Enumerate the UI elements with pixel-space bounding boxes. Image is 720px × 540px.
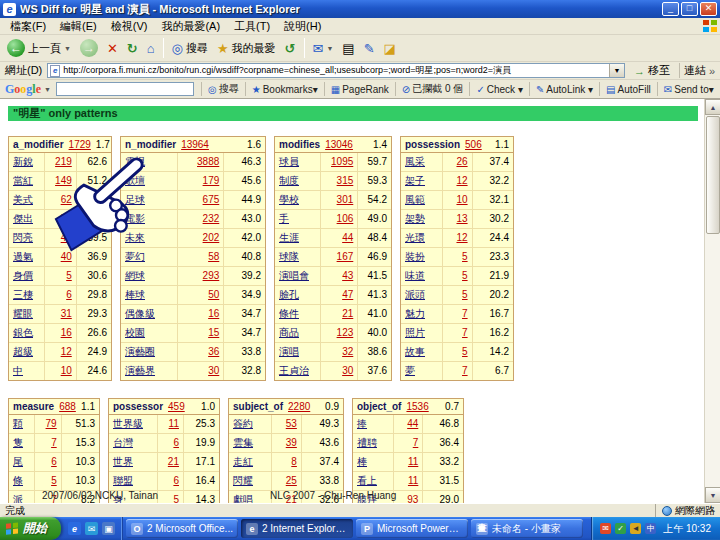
collocate-word-link[interactable]: 走紅	[233, 456, 253, 467]
collocate-count-link[interactable]: 21	[342, 308, 353, 319]
collocate-word-link[interactable]: 手	[279, 213, 289, 224]
collocate-word-link[interactable]: 世界級	[113, 418, 143, 429]
go-button[interactable]: → 移至	[630, 63, 674, 78]
collocate-word-link[interactable]: 裝扮	[405, 251, 425, 262]
collocate-count-link[interactable]: 5	[51, 475, 57, 486]
collocate-count-link[interactable]: 5	[462, 270, 468, 281]
collocate-count-link[interactable]: 219	[55, 156, 72, 167]
collocate-count-link[interactable]: 232	[203, 213, 220, 224]
collocate-count-link[interactable]: 11	[408, 456, 418, 467]
collocate-count-link[interactable]: 6	[51, 456, 57, 467]
collocate-word-link[interactable]: 閃亮	[13, 232, 33, 243]
search-button[interactable]: ◎ 搜尋	[168, 39, 212, 58]
collocate-count-link[interactable]: 11	[408, 475, 418, 486]
collocate-word-link[interactable]: 球隊	[279, 251, 299, 262]
print-button[interactable]: ▤	[338, 40, 358, 57]
google-autofill-button[interactable]: ▤AutoFill	[606, 84, 651, 95]
collocate-count-link[interactable]: 79	[46, 418, 57, 429]
collocate-word-link[interactable]: 校園	[125, 327, 145, 338]
internet-explorer-icon[interactable]: e	[68, 522, 81, 535]
collocate-word-link[interactable]: 三棲	[13, 289, 33, 300]
collocate-word-link[interactable]: 學校	[279, 194, 299, 205]
collocate-count-link[interactable]: 16	[61, 327, 72, 338]
collocate-count-link[interactable]: 106	[337, 213, 354, 224]
address-input[interactable]: e http://corpora.fi.muni.cz/bonito/run.c…	[47, 63, 625, 78]
collocate-word-link[interactable]: 制度	[279, 175, 299, 186]
relation-frequency-link[interactable]: 1729	[69, 139, 91, 150]
collocate-word-link[interactable]: 過氣	[13, 251, 33, 262]
collocate-word-link[interactable]: 條	[13, 475, 23, 486]
google-bookmarks-button[interactable]: ★Bookmarks▾	[252, 84, 318, 95]
collocate-count-link[interactable]: 8	[291, 456, 297, 467]
google-popup-blocked-button[interactable]: ⊘已攔截 0 個	[402, 82, 464, 96]
scroll-up-button[interactable]: ▲	[705, 99, 720, 115]
collocate-word-link[interactable]: 商品	[279, 327, 299, 338]
collocate-word-link[interactable]: 味道	[405, 270, 425, 281]
scroll-down-button[interactable]: ▼	[705, 487, 720, 503]
collocate-word-link[interactable]: 光環	[405, 232, 425, 243]
collocate-word-link[interactable]: 禮聘	[357, 437, 377, 448]
relation-frequency-link[interactable]: 1536	[406, 401, 428, 412]
collocate-word-link[interactable]: 捧	[357, 418, 367, 429]
collocate-word-link[interactable]: 尾	[13, 456, 23, 467]
collocate-word-link[interactable]: 演藝圈	[125, 346, 155, 357]
collocate-word-link[interactable]: 王貞治	[279, 365, 309, 376]
collocate-count-link[interactable]: 5	[462, 251, 468, 262]
collocate-word-link[interactable]: 聯盟	[113, 475, 133, 486]
collocate-word-link[interactable]: 派頭	[405, 289, 425, 300]
relation-frequency-link[interactable]: 459	[168, 401, 185, 412]
collocate-count-link[interactable]: 11	[169, 418, 179, 429]
taskbar-button-internet-explorer-group[interactable]: e2 Internet Explore...	[241, 519, 353, 538]
relation-frequency-link[interactable]: 13046	[325, 139, 353, 150]
collocate-count-link[interactable]: 675	[203, 194, 220, 205]
start-button[interactable]: 開始	[0, 517, 61, 540]
google-pagerank-button[interactable]: ▦PageRank	[331, 84, 389, 95]
menu-item-tools[interactable]: 工具(T)	[227, 19, 277, 33]
antivirus-icon[interactable]: ✓	[615, 523, 626, 534]
collocate-count-link[interactable]: 44	[407, 418, 418, 429]
collocate-count-link[interactable]: 43	[342, 270, 353, 281]
collocate-word-link[interactable]: 雲集	[233, 437, 253, 448]
collocate-count-link[interactable]: 179	[203, 175, 220, 186]
collocate-count-link[interactable]: 44	[342, 232, 353, 243]
collocate-word-link[interactable]: 條件	[279, 308, 299, 319]
collocate-word-link[interactable]: 當紅	[13, 175, 33, 186]
menu-item-file[interactable]: 檔案(F)	[3, 19, 53, 33]
collocate-word-link[interactable]: 電視	[125, 156, 145, 167]
collocate-count-link[interactable]: 293	[203, 270, 220, 281]
collocate-count-link[interactable]: 39	[286, 437, 297, 448]
google-check-button[interactable]: ✓Check ▾	[476, 84, 523, 95]
collocate-word-link[interactable]: 身價	[13, 270, 33, 281]
collocate-count-link[interactable]: 167	[337, 251, 354, 262]
collocate-word-link[interactable]: 傑出	[13, 213, 33, 224]
collocate-count-link[interactable]: 50	[208, 289, 219, 300]
relation-frequency-link[interactable]: 506	[465, 139, 482, 150]
taskbar-button-powerpoint[interactable]: PMicrosoft PowerPo...	[356, 519, 468, 538]
home-button[interactable]: ⌂	[143, 40, 159, 57]
collocate-count-link[interactable]: 13	[456, 213, 467, 224]
collocate-count-link[interactable]: 12	[456, 232, 467, 243]
google-search-web-button[interactable]: ◎搜尋	[208, 82, 239, 96]
collocate-count-link[interactable]: 36	[208, 346, 219, 357]
collocate-count-link[interactable]: 10	[456, 194, 467, 205]
collocate-count-link[interactable]: 202	[203, 232, 220, 243]
menu-item-view[interactable]: 檢視(V)	[104, 19, 155, 33]
collocate-count-link[interactable]: 58	[208, 251, 219, 262]
collocate-word-link[interactable]: 球員	[279, 156, 299, 167]
collocate-word-link[interactable]: 演藝界	[125, 365, 155, 376]
collocate-count-link[interactable]: 301	[337, 194, 354, 205]
collocate-count-link[interactable]: 123	[337, 327, 354, 338]
collocate-count-link[interactable]: 31	[61, 308, 72, 319]
links-menu[interactable]: 連結 »	[679, 63, 715, 78]
google-autolink-button[interactable]: ✎AutoLink ▾	[536, 84, 593, 95]
collocate-word-link[interactable]: 耀眼	[13, 308, 33, 319]
collocate-word-link[interactable]: 世界	[113, 456, 133, 467]
maximize-button[interactable]: □	[681, 2, 698, 16]
vertical-scrollbar[interactable]: ▲ ▼	[704, 99, 720, 503]
history-button[interactable]: ↺	[281, 40, 300, 57]
collocate-word-link[interactable]: 臉孔	[279, 289, 299, 300]
collocate-count-link[interactable]: 53	[286, 418, 297, 429]
collocate-word-link[interactable]: 銀色	[13, 327, 33, 338]
collocate-count-link[interactable]: 16	[208, 308, 219, 319]
collocate-count-link[interactable]: 21	[168, 456, 179, 467]
